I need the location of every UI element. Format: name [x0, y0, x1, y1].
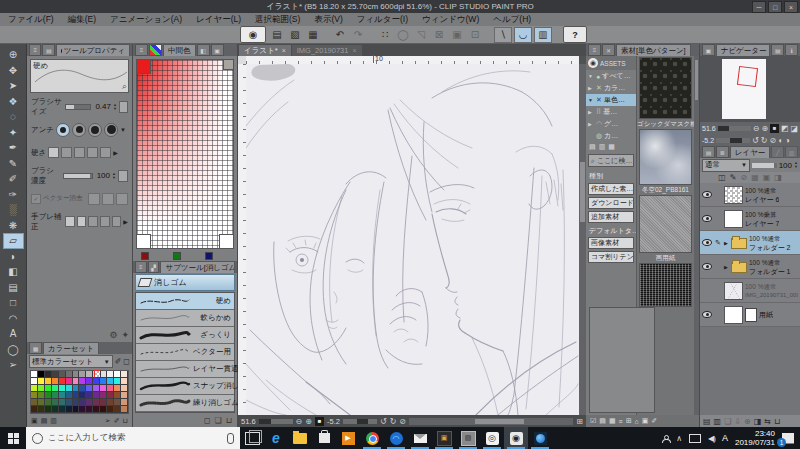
- color-swatch[interactable]: [66, 406, 73, 413]
- material-footer-icon[interactable]: ▤: [599, 417, 606, 425]
- filter-image-material-button[interactable]: 画像素材: [588, 237, 634, 249]
- color-swatch[interactable]: [38, 406, 45, 413]
- color-swatch[interactable]: [52, 406, 59, 413]
- material-footer-icon[interactable]: ▣: [642, 417, 649, 425]
- file-command-icon[interactable]: ▦: [305, 28, 321, 42]
- opacity-value[interactable]: 100: [779, 161, 792, 170]
- zoom-value[interactable]: 51.6: [241, 417, 256, 426]
- color-swatch[interactable]: [66, 385, 73, 392]
- density-stepper[interactable]: ▲▼: [112, 172, 116, 180]
- color-swatch[interactable]: [86, 385, 93, 392]
- panel-icon[interactable]: ▤: [42, 44, 54, 56]
- clock[interactable]: 23:40 2019/07/31: [735, 429, 775, 447]
- selection-command-icon[interactable]: ⊠: [431, 28, 447, 42]
- tab-layer[interactable]: レイヤー: [730, 146, 770, 158]
- color-swatch[interactable]: [73, 378, 80, 385]
- color-swatch[interactable]: [38, 378, 45, 385]
- subtool-item-katame[interactable]: 硬め: [136, 293, 234, 310]
- zoom-slider[interactable]: [259, 419, 293, 424]
- subtool-item-vector[interactable]: ベクター用: [136, 344, 234, 361]
- zoom-in-icon[interactable]: ⊕: [761, 124, 768, 133]
- navigator-preview[interactable]: [700, 56, 800, 122]
- color-swatch[interactable]: [114, 406, 121, 413]
- layer-thumbnail[interactable]: [724, 306, 743, 324]
- panel-icon[interactable]: ≡: [135, 44, 148, 56]
- color-swatch[interactable]: [52, 392, 59, 399]
- color-swatch[interactable]: [121, 385, 128, 392]
- color-swatch[interactable]: [45, 378, 52, 385]
- layer-footer-icon[interactable]: ◨: [754, 417, 762, 426]
- undo-redo-icon[interactable]: ↷: [350, 28, 366, 42]
- folder-view-icon[interactable]: ▤: [589, 143, 596, 151]
- color-swatch[interactable]: [93, 378, 100, 385]
- visibility-eye-icon[interactable]: [702, 311, 712, 318]
- wrench-icon[interactable]: ✦: [121, 330, 129, 340]
- color-swatch[interactable]: [38, 385, 45, 392]
- tab-document-inactive[interactable]: IMG_20190731×: [292, 45, 362, 56]
- delete-color-icon[interactable]: ⊔: [123, 417, 128, 425]
- color-swatch[interactable]: [59, 378, 66, 385]
- selection-command-icon[interactable]: ▣: [449, 28, 465, 42]
- color-swatch[interactable]: [100, 392, 107, 399]
- ime-indicator[interactable]: A: [722, 433, 728, 443]
- rotation-slider[interactable]: [343, 419, 377, 424]
- visibility-eye-icon[interactable]: [702, 239, 712, 246]
- tool-button[interactable]: ❖: [3, 94, 24, 110]
- navigator-view-rect[interactable]: [737, 66, 758, 87]
- color-swatch[interactable]: [66, 378, 73, 385]
- filter-added-button[interactable]: 追加素材: [588, 211, 634, 223]
- reset-rotation-icon[interactable]: ⊘: [399, 417, 406, 426]
- brush-size-slider[interactable]: [65, 104, 91, 110]
- antialias-option-none[interactable]: [56, 123, 70, 137]
- layers-icon[interactable]: ≣: [716, 146, 729, 158]
- undo-redo-icon[interactable]: ↶: [332, 28, 348, 42]
- colorset-edit-icon[interactable]: ✐: [115, 357, 122, 366]
- color-swatch[interactable]: [100, 378, 107, 385]
- tree-item-mono-pattern[interactable]: ▼✕単色…: [586, 94, 636, 106]
- tool-button[interactable]: ❋: [3, 218, 24, 234]
- help-button[interactable]: ?: [563, 26, 587, 43]
- hardness-step[interactable]: [48, 147, 59, 158]
- material-footer-icon[interactable]: ▦: [609, 417, 616, 425]
- color-swatch[interactable]: [31, 385, 38, 392]
- scrollbar-thumb[interactable]: [580, 162, 585, 222]
- tool-button[interactable]: □: [3, 295, 24, 311]
- rotate-left-icon[interactable]: ↺: [380, 417, 387, 426]
- display-icon[interactable]: [689, 434, 701, 443]
- colorset-view-icon[interactable]: ▥: [50, 417, 57, 425]
- opacity-stepper[interactable]: ▲▼: [794, 161, 798, 169]
- canvas-corner-icon[interactable]: ⊞: [576, 417, 583, 426]
- tab-document-active[interactable]: イラスト*×: [239, 45, 291, 56]
- taskbar-app-gray[interactable]: ▨: [456, 427, 480, 449]
- colorset-preset-select[interactable]: 標準カラーセット▼: [29, 355, 113, 368]
- scrollbar-thumb[interactable]: [475, 419, 524, 424]
- expand-arrow-icon[interactable]: ▶: [724, 264, 729, 270]
- tree-item-gradient[interactable]: ▶◠グ…: [586, 118, 636, 130]
- color-swatch[interactable]: [66, 392, 73, 399]
- material-icon[interactable]: ✕: [602, 44, 615, 56]
- blend-mode-select[interactable]: 通常▼: [702, 159, 750, 172]
- nav-rotation-slider[interactable]: [716, 138, 750, 143]
- tool-button[interactable]: ░: [3, 202, 24, 218]
- color-swatch[interactable]: [107, 392, 114, 399]
- trash-icon[interactable]: ⊔: [226, 416, 232, 425]
- layer-row[interactable]: ▶ 100 %通常フォルダー 1: [700, 255, 800, 279]
- tab-colorset[interactable]: カラーセット: [43, 342, 99, 354]
- taskbar-app-explorer[interactable]: [288, 427, 312, 449]
- color-swatch[interactable]: [86, 399, 93, 406]
- color-swatch[interactable]: [66, 399, 73, 406]
- material-thumb-damask[interactable]: [639, 57, 692, 119]
- hardness-step[interactable]: [87, 147, 98, 158]
- source-color-swatch[interactable]: [173, 252, 181, 260]
- mirror-v-icon[interactable]: ◑: [785, 136, 790, 145]
- color-swatch[interactable]: [114, 378, 121, 385]
- material-footer-icon[interactable]: ⌂: [635, 418, 639, 425]
- colorset-view-icon[interactable]: ▤: [41, 417, 48, 425]
- color-swatch[interactable]: [52, 399, 59, 406]
- color-swatch[interactable]: [73, 371, 80, 378]
- vertical-scrollbar[interactable]: [579, 64, 586, 415]
- color-swatch[interactable]: [79, 406, 86, 413]
- rotate-right-icon[interactable]: ↻: [761, 136, 768, 145]
- tool-button[interactable]: ✐: [3, 171, 24, 187]
- opacity-slider[interactable]: [752, 163, 777, 168]
